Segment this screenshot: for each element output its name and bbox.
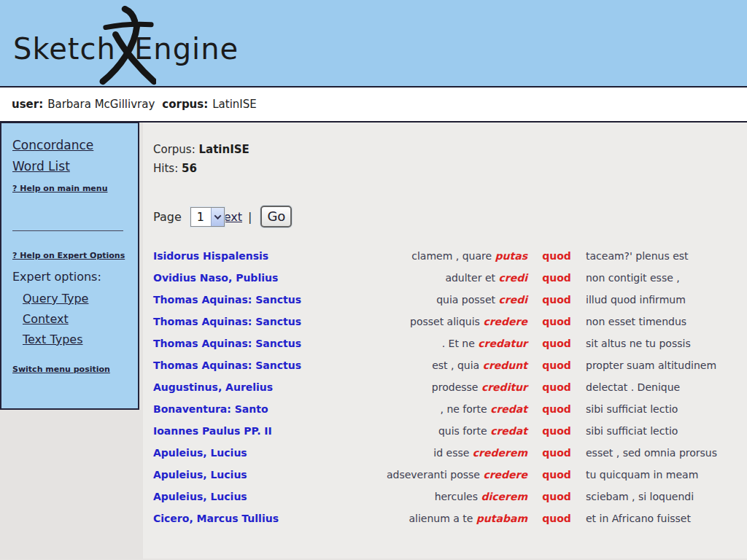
keyword-link[interactable]: quod xyxy=(527,376,586,398)
keyword-link[interactable]: quod xyxy=(527,442,586,464)
left-context: alienum a te putabam xyxy=(360,508,527,529)
left-context: adseveranti posse credere xyxy=(360,464,527,486)
left-context-text: id esse xyxy=(433,447,469,459)
keyword-link[interactable]: quod xyxy=(527,486,586,508)
concordance-table: Isidorus Hispalensis clamem , quare puta… xyxy=(153,245,723,529)
author-link[interactable]: Thomas Aquinas: Sanctus xyxy=(153,311,360,332)
concordance-row: Thomas Aquinas: Sanctus quia posset cred… xyxy=(153,289,723,311)
sidebar-menu: Concordance Word List ? Help on main men… xyxy=(0,122,139,410)
right-context: sit altus ne tu possis xyxy=(586,332,723,354)
right-context: non contigit esse , xyxy=(586,267,723,289)
left-context-text: adulter et xyxy=(445,272,495,284)
user-label: user: xyxy=(12,98,43,111)
concordance-rows: Isidorus Hispalensis clamem , quare puta… xyxy=(153,245,723,529)
keyword-link[interactable]: quod xyxy=(527,420,586,442)
user-info-bar: user: Barbara McGillivray corpus: LatinI… xyxy=(0,88,747,122)
left-context-text: adseveranti posse xyxy=(387,469,480,481)
collocate-word: credi xyxy=(498,294,527,306)
concordance-row: Isidorus Hispalensis clamem , quare puta… xyxy=(153,245,723,267)
page-select-arrow[interactable] xyxy=(211,208,224,226)
left-context: prodesse creditur xyxy=(360,376,527,398)
keyword-link[interactable]: quod xyxy=(527,245,586,267)
author-link[interactable]: Isidorus Hispalensis xyxy=(153,245,360,267)
right-context: et in Africano fuisset xyxy=(586,508,723,529)
concordance-row: Thomas Aquinas: Sanctus posset aliquis c… xyxy=(153,311,723,332)
keyword-link[interactable]: quod xyxy=(527,398,586,420)
author-link[interactable]: Ioannes Paulus PP. II xyxy=(153,420,360,442)
keyword-link[interactable]: quod xyxy=(527,289,586,311)
help-main-menu-link[interactable]: ? Help on main menu xyxy=(12,184,107,193)
keyword-link[interactable]: quod xyxy=(527,464,586,486)
sidebar-item-query-type[interactable]: Query Type xyxy=(23,292,88,306)
right-context: sibi sufficiat lectio xyxy=(586,398,723,420)
pagination-bar: Page 1 Next | Go xyxy=(153,206,747,228)
author-link[interactable]: Thomas Aquinas: Sanctus xyxy=(153,332,360,354)
left-context-text: , ne forte xyxy=(440,403,487,415)
left-context: est , quia credunt xyxy=(360,354,527,376)
left-context-text: quis forte xyxy=(438,425,487,437)
collocate-word: creditur xyxy=(481,381,527,393)
logo-text-engine: Engine xyxy=(134,32,239,66)
switch-menu-position-link[interactable]: Switch menu position xyxy=(12,365,110,374)
author-link[interactable]: Cicero, Marcus Tullius xyxy=(153,508,360,529)
chevron-down-icon xyxy=(214,212,221,219)
left-context-text: clamem , quare xyxy=(411,250,492,262)
left-context-text: . Et ne xyxy=(442,338,475,349)
top-banner: Sketch Engine xyxy=(0,0,747,88)
left-context: quis forte credat xyxy=(360,420,527,442)
author-link[interactable]: Bonaventura: Santo xyxy=(153,398,360,420)
collocate-word: credunt xyxy=(483,359,527,371)
concordance-row: Bonaventura: Santo , ne forte credat quo… xyxy=(153,398,723,420)
collocate-word: putas xyxy=(495,250,527,262)
left-context: adulter et credi xyxy=(360,267,527,289)
right-context: non esset timendus xyxy=(586,311,723,332)
sidebar-item-wordlist[interactable]: Word List xyxy=(12,159,70,174)
keyword-link[interactable]: quod xyxy=(527,508,586,529)
author-link[interactable]: Ovidius Naso, Publius xyxy=(153,267,360,289)
sidebar-item-context[interactable]: Context xyxy=(23,312,69,326)
right-context: sciebam , si loquendi xyxy=(586,486,723,508)
page-select[interactable]: 1 xyxy=(190,207,225,227)
left-context-text: quia posset xyxy=(436,294,495,306)
sidebar-item-concordance[interactable]: Concordance xyxy=(12,138,93,152)
author-link[interactable]: Apuleius, Lucius xyxy=(153,442,360,464)
concordance-row: Thomas Aquinas: Sanctus . Et ne credatur… xyxy=(153,332,723,354)
left-context: posset aliquis credere xyxy=(360,311,527,332)
collocate-word: credatur xyxy=(478,338,527,349)
collocate-word: credat xyxy=(490,403,527,415)
keyword-link[interactable]: quod xyxy=(527,332,586,354)
collocate-word: credere xyxy=(483,469,527,481)
sidebar-item-text-types[interactable]: Text Types xyxy=(23,332,83,346)
author-link[interactable]: Thomas Aquinas: Sanctus xyxy=(153,354,360,376)
concordance-row: Apuleius, Lucius adseveranti posse crede… xyxy=(153,464,723,486)
collocate-word: credat xyxy=(490,425,527,437)
left-context-text: hercules xyxy=(435,491,478,502)
sidebar-column: Concordance Word List ? Help on main men… xyxy=(0,122,143,559)
collocate-word: crederem xyxy=(473,447,527,459)
keyword-link[interactable]: quod xyxy=(527,267,586,289)
keyword-link[interactable]: quod xyxy=(527,354,586,376)
author-link[interactable]: Apuleius, Lucius xyxy=(153,464,360,486)
collocate-word: dicerem xyxy=(481,491,527,502)
hits-label: Hits: xyxy=(153,162,178,175)
left-context: hercules dicerem xyxy=(360,486,527,508)
left-context: id esse crederem xyxy=(360,442,527,464)
author-link[interactable]: Apuleius, Lucius xyxy=(153,486,360,508)
left-context: , ne forte credat xyxy=(360,398,527,420)
keyword-link[interactable]: quod xyxy=(527,311,586,332)
corpus-value: LatinISE xyxy=(212,98,257,111)
go-button[interactable]: Go xyxy=(260,206,292,228)
left-context: quia posset credi xyxy=(360,289,527,311)
right-context: sibi sufficiat lectio xyxy=(586,420,723,442)
left-context: clamem , quare putas xyxy=(360,245,527,267)
author-link[interactable]: Thomas Aquinas: Sanctus xyxy=(153,289,360,311)
expert-options-heading: Expert options: xyxy=(12,270,133,284)
hits-value: 56 xyxy=(182,162,197,175)
concordance-row: Thomas Aquinas: Sanctus est , quia credu… xyxy=(153,354,723,376)
author-link[interactable]: Augustinus, Aurelius xyxy=(153,376,360,398)
concordance-row: Ovidius Naso, Publius adulter et credi q… xyxy=(153,267,723,289)
right-context: tu quicquam in meam xyxy=(586,464,723,486)
help-expert-options-link[interactable]: ? Help on Expert Options xyxy=(12,251,125,260)
main-content: Corpus: LatinISE Hits: 56 Page 1 Next | … xyxy=(143,122,747,559)
corpus-info-line: Corpus: LatinISE xyxy=(153,140,747,159)
